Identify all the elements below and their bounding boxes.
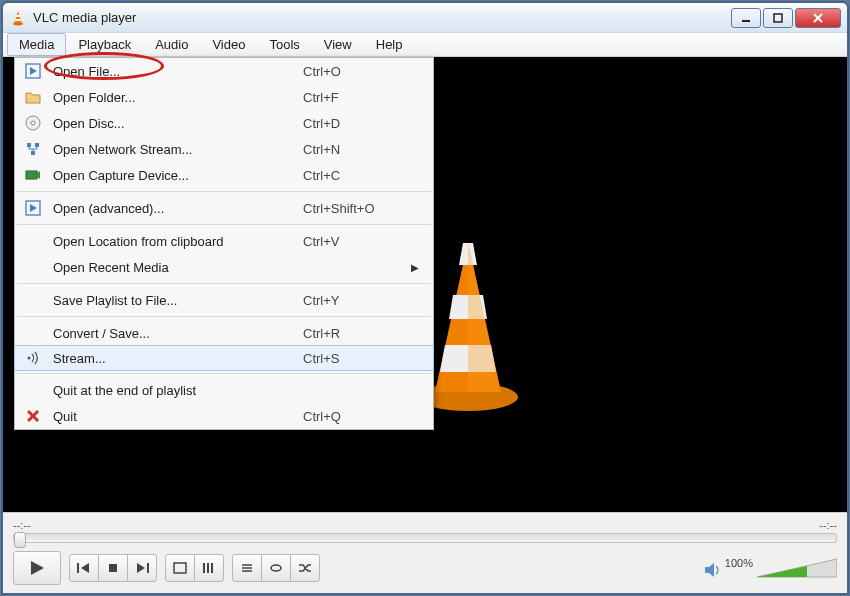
blank-icon	[21, 380, 45, 400]
folder-icon	[21, 87, 45, 107]
loop-button[interactable]	[261, 554, 291, 582]
menu-item-shortcut: Ctrl+R	[303, 326, 423, 341]
menu-separator	[17, 224, 431, 225]
network-icon	[21, 139, 45, 159]
svg-marker-0	[14, 11, 22, 24]
svg-rect-5	[774, 14, 782, 22]
blank-icon	[21, 290, 45, 310]
media-menu-dropdown: Open File...Ctrl+OOpen Folder...Ctrl+FOp…	[14, 57, 434, 430]
menu-item-quit-at-the-end-of-playlist[interactable]: Quit at the end of playlist	[15, 377, 433, 403]
menu-help[interactable]: Help	[364, 33, 415, 56]
next-button[interactable]	[127, 554, 157, 582]
menu-playback[interactable]: Playback	[66, 33, 143, 56]
time-remaining: --:--	[819, 519, 837, 531]
time-labels: --:-- --:--	[13, 519, 837, 531]
view-group	[165, 554, 224, 582]
menu-item-shortcut: Ctrl+D	[303, 116, 423, 131]
menu-item-label: Open File...	[53, 64, 303, 79]
menu-item-open-disc[interactable]: Open Disc...Ctrl+D	[15, 110, 433, 136]
menu-item-shortcut: Ctrl+V	[303, 234, 423, 249]
menu-video[interactable]: Video	[200, 33, 257, 56]
volume-slider[interactable]	[757, 557, 837, 579]
menu-audio[interactable]: Audio	[143, 33, 200, 56]
menu-item-shortcut: Ctrl+Y	[303, 293, 423, 308]
disc-icon	[21, 113, 45, 133]
svg-rect-20	[174, 563, 186, 573]
svg-marker-40	[30, 204, 37, 212]
minimize-button[interactable]	[731, 8, 761, 28]
menu-item-label: Quit	[53, 409, 303, 424]
menu-item-label: Save Playlist to File...	[53, 293, 303, 308]
menu-item-open-recent-media[interactable]: Open Recent Media▶	[15, 254, 433, 280]
menu-item-convert-save[interactable]: Convert / Save...Ctrl+R	[15, 320, 433, 346]
fullscreen-button[interactable]	[165, 554, 195, 582]
submenu-arrow-icon: ▶	[303, 262, 423, 273]
play-file-icon	[21, 198, 45, 218]
svg-rect-15	[77, 563, 79, 573]
menu-item-label: Stream...	[53, 351, 303, 366]
playback-group	[69, 554, 157, 582]
svg-marker-27	[705, 563, 714, 577]
seek-bar[interactable]	[13, 533, 837, 543]
playlist-group	[232, 554, 320, 582]
play-file-icon	[21, 61, 45, 81]
play-button[interactable]	[13, 551, 61, 585]
menu-media[interactable]: Media	[7, 33, 66, 56]
menu-item-open-file[interactable]: Open File...Ctrl+O	[15, 58, 433, 84]
time-elapsed: --:--	[13, 519, 31, 531]
controls-panel: --:-- --:--	[3, 512, 847, 593]
menu-item-stream[interactable]: Stream...Ctrl+S	[14, 345, 434, 371]
mute-button[interactable]	[703, 561, 721, 579]
menu-item-label: Open Recent Media	[53, 260, 303, 275]
svg-point-33	[31, 121, 35, 125]
window-buttons	[731, 8, 841, 28]
svg-marker-18	[137, 563, 145, 573]
menu-item-quit[interactable]: QuitCtrl+Q	[15, 403, 433, 429]
menu-item-label: Open Capture Device...	[53, 168, 303, 183]
svg-point-3	[13, 22, 23, 25]
close-button[interactable]	[795, 8, 841, 28]
blank-icon	[21, 231, 45, 251]
svg-rect-23	[211, 563, 213, 573]
quit-icon	[21, 406, 45, 426]
svg-rect-34	[27, 143, 31, 147]
volume-control: 100%	[703, 557, 837, 579]
stream-icon	[21, 348, 45, 368]
svg-marker-14	[31, 561, 44, 575]
svg-rect-22	[207, 563, 209, 573]
menu-view[interactable]: View	[312, 33, 364, 56]
svg-point-41	[28, 357, 31, 360]
extended-settings-button[interactable]	[194, 554, 224, 582]
titlebar: VLC media player	[3, 3, 847, 33]
menu-item-shortcut: Ctrl+Shift+O	[303, 201, 423, 216]
playlist-button[interactable]	[232, 554, 262, 582]
capture-icon	[21, 165, 45, 185]
menu-item-label: Convert / Save...	[53, 326, 303, 341]
menu-item-save-playlist-to-file[interactable]: Save Playlist to File...Ctrl+Y	[15, 287, 433, 313]
menu-item-open-capture-device[interactable]: Open Capture Device...Ctrl+C	[15, 162, 433, 188]
transport-controls: 100%	[13, 551, 837, 585]
svg-marker-31	[30, 67, 37, 75]
previous-button[interactable]	[69, 554, 99, 582]
menu-item-shortcut: Ctrl+C	[303, 168, 423, 183]
menu-item-open-advanced[interactable]: Open (advanced)...Ctrl+Shift+O	[15, 195, 433, 221]
svg-rect-37	[26, 171, 37, 179]
svg-rect-35	[35, 143, 39, 147]
svg-rect-2	[15, 19, 21, 21]
menu-tools[interactable]: Tools	[257, 33, 311, 56]
menu-item-open-network-stream[interactable]: Open Network Stream...Ctrl+N	[15, 136, 433, 162]
menu-item-shortcut: Ctrl+S	[303, 351, 423, 366]
svg-rect-19	[147, 563, 149, 573]
shuffle-button[interactable]	[290, 554, 320, 582]
svg-rect-1	[16, 15, 20, 17]
blank-icon	[21, 323, 45, 343]
svg-marker-16	[81, 563, 89, 573]
stop-button[interactable]	[98, 554, 128, 582]
maximize-button[interactable]	[763, 8, 793, 28]
menu-item-label: Open Folder...	[53, 90, 303, 105]
vlc-icon	[9, 9, 27, 27]
menu-item-open-folder[interactable]: Open Folder...Ctrl+F	[15, 84, 433, 110]
menu-separator	[17, 373, 431, 374]
menu-item-open-location-from-clipboard[interactable]: Open Location from clipboardCtrl+V	[15, 228, 433, 254]
menu-item-label: Open Disc...	[53, 116, 303, 131]
